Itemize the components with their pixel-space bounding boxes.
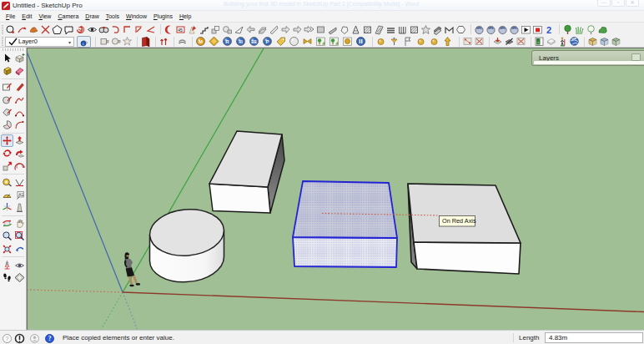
gold-ball-2-icon[interactable] xyxy=(415,36,428,47)
tool-polygon[interactable] xyxy=(1,106,13,119)
box-green-icon[interactable] xyxy=(611,36,621,47)
binocular-tool-icon[interactable] xyxy=(98,24,109,35)
tool-zoom-extents[interactable] xyxy=(1,243,13,255)
tool-circle[interactable] xyxy=(1,94,13,106)
hexagon-tool-icon[interactable] xyxy=(455,24,466,35)
measurement-input[interactable]: 4.83m xyxy=(545,332,643,343)
gold-diamond-icon[interactable] xyxy=(209,36,221,47)
hatched-cube-2-icon[interactable] xyxy=(409,24,420,35)
tool-line[interactable] xyxy=(13,80,26,93)
arrow-right-1-icon[interactable] xyxy=(280,24,291,35)
component-cube-icon[interactable] xyxy=(98,36,109,47)
sphere-xy-icon[interactable]: xyz xyxy=(497,24,508,35)
tool-dimensions[interactable] xyxy=(13,176,26,189)
wedge-tool-icon[interactable] xyxy=(327,24,338,35)
tree-frame-2-icon[interactable] xyxy=(329,36,341,47)
arrow-left-tool-icon[interactable] xyxy=(245,24,256,35)
frame-tool-icon[interactable] xyxy=(350,24,361,35)
menu-draw[interactable]: Draw xyxy=(82,13,102,19)
tool-look-around[interactable] xyxy=(13,259,26,271)
comb-tool-icon[interactable] xyxy=(397,24,408,35)
layer-visible-check-icon[interactable] xyxy=(8,36,17,47)
tool-previous-view[interactable] xyxy=(13,243,26,255)
tool-rotate[interactable] xyxy=(1,147,13,159)
gold-tag-icon[interactable] xyxy=(275,36,288,47)
menu-help[interactable]: Help xyxy=(176,13,194,19)
polyhedron-tool-icon[interactable] xyxy=(339,24,350,35)
minimize-button[interactable]: — xyxy=(597,0,611,7)
tool-eraser[interactable] xyxy=(13,64,26,77)
hatched-panel-icon[interactable] xyxy=(374,24,385,35)
tool-rectangle[interactable] xyxy=(1,80,13,93)
tool-paint-bucket[interactable] xyxy=(1,64,13,77)
maximize-button[interactable]: ▫ xyxy=(611,0,625,7)
materials-book-icon[interactable] xyxy=(140,36,151,47)
sphere-xyz-1-icon[interactable]: xyz xyxy=(474,24,485,35)
arrow-right-3-icon[interactable] xyxy=(304,24,314,35)
corner-tool-icon[interactable] xyxy=(122,24,133,35)
tool-offset[interactable] xyxy=(13,160,26,173)
tool-3d-text[interactable] xyxy=(13,201,26,214)
tool-pie[interactable] xyxy=(1,119,13,131)
tool-follow-me[interactable] xyxy=(13,147,26,159)
stop-button-icon[interactable] xyxy=(532,24,543,35)
sphere-xyz-2-icon[interactable]: xyz xyxy=(486,24,496,35)
cube-stack-tool-icon[interactable] xyxy=(210,24,221,35)
tool-scale[interactable] xyxy=(1,160,13,173)
layer-manager-button-icon[interactable]: i xyxy=(77,36,91,48)
pentagon-tool-icon[interactable] xyxy=(52,24,63,35)
gold-arrow-up-icon[interactable] xyxy=(442,36,455,47)
tool-protractor[interactable] xyxy=(1,189,13,201)
geolocation-status-icon[interactable]: ? xyxy=(2,332,12,342)
box-slash-icon[interactable] xyxy=(504,36,515,47)
surveyor-icon[interactable] xyxy=(557,36,568,47)
arc-arrow-icon[interactable] xyxy=(17,24,28,35)
title-bar[interactable]: Untitled - SketchUp Pro Building your fi… xyxy=(0,0,644,11)
model-cylinder[interactable] xyxy=(148,206,225,282)
menu-window[interactable]: Window xyxy=(123,13,150,19)
frame-dots-icon[interactable] xyxy=(462,36,473,47)
tool-orbit[interactable] xyxy=(1,217,13,230)
sphere-box-tool-icon[interactable] xyxy=(222,24,233,35)
grass-tool-icon[interactable] xyxy=(574,24,585,35)
tool-zoom-window[interactable] xyxy=(13,230,26,242)
tool-move[interactable] xyxy=(1,134,13,147)
gold-bowtie-icon[interactable] xyxy=(302,36,314,47)
ball-p-icon[interactable]: P xyxy=(262,36,274,47)
drawing-canvas[interactable]: On Red Axis Layers xyxy=(27,48,644,330)
tool-pan[interactable] xyxy=(13,217,26,230)
picture-frame-icon[interactable] xyxy=(534,36,545,47)
layer-combo[interactable]: Layer0▾ xyxy=(5,37,74,47)
layered-sheets-icon[interactable] xyxy=(385,24,396,35)
gold-ball-small-icon[interactable] xyxy=(375,36,388,47)
box-red-arrow-icon[interactable] xyxy=(492,36,503,47)
tool-freehand[interactable] xyxy=(13,94,26,106)
box-blue-icon[interactable] xyxy=(599,36,610,47)
pen-cone-tool-icon[interactable] xyxy=(187,24,198,35)
eye-tool-icon[interactable] xyxy=(87,24,98,35)
tool-axes[interactable] xyxy=(1,201,13,214)
tool-make-component[interactable] xyxy=(13,52,26,64)
hatched-cube-1-icon[interactable] xyxy=(362,24,373,35)
ball-ri-icon[interactable]: RI xyxy=(235,36,248,47)
orange-tool-icon[interactable] xyxy=(28,24,39,35)
arrow-right-2-icon[interactable] xyxy=(292,24,303,35)
tool-tape-measure[interactable] xyxy=(1,176,13,189)
signin-status-icon[interactable] xyxy=(29,332,39,342)
tool-position-camera[interactable] xyxy=(1,259,13,271)
frame-x-2-icon[interactable] xyxy=(516,36,526,47)
layer-combo-dropdown-icon[interactable]: ▾ xyxy=(68,39,71,45)
steps-tool-icon[interactable] xyxy=(199,24,209,35)
ball-m-icon[interactable]: M xyxy=(195,36,208,47)
blue-query-icon[interactable]: 2 xyxy=(544,24,555,35)
help-status-icon[interactable]: ? xyxy=(44,332,54,342)
bush-tool-icon[interactable] xyxy=(597,24,608,35)
tool-arc[interactable] xyxy=(13,106,26,119)
spinner-top-icon[interactable] xyxy=(389,36,401,47)
crescent-tool-icon[interactable] xyxy=(164,24,174,35)
spiky-tool-icon[interactable] xyxy=(420,24,431,35)
sphere-bab-icon[interactable]: xyz xyxy=(509,24,520,35)
ball-bb-icon[interactable]: BB xyxy=(249,36,261,47)
tool-section-plane[interactable] xyxy=(13,271,26,284)
tree-outline-tool-icon[interactable] xyxy=(586,24,596,35)
